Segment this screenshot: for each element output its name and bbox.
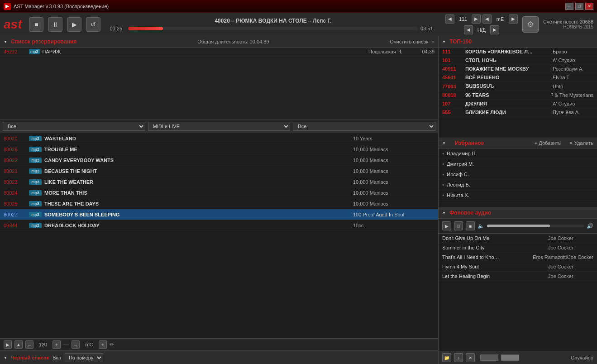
bg-music-button[interactable]: ♪ <box>454 353 463 362</box>
blacklist-sort-select[interactable]: По номеру <box>65 353 103 362</box>
song-artist: 10,000 Maniacs <box>353 179 435 185</box>
top-num: 80018 <box>442 92 463 98</box>
song-artist: 10 Years <box>353 136 435 141</box>
song-list[interactable]: 80020 mp3 WASTELAND 10 Years 80026 mp3 T… <box>0 133 438 338</box>
res-badge: mp3 <box>29 49 40 54</box>
nav-mode-next-button[interactable]: ▶ <box>509 14 518 24</box>
bg-remove-button[interactable]: ✕ <box>466 353 475 362</box>
list-item[interactable]: ▪ Иосиф С. <box>439 169 597 180</box>
playback-play-button[interactable]: ▶ <box>4 340 12 349</box>
list-item[interactable]: That's All I Need to Kno… Eros Ramazotti… <box>439 253 597 262</box>
reservation-title: Список резервирования <box>11 38 76 45</box>
playback-up-button[interactable]: ▲ <box>14 340 23 349</box>
nav-prev-button[interactable]: ◀ <box>445 14 454 24</box>
reservation-collapse-icon[interactable]: ▼ <box>4 40 7 44</box>
song-id: 80026 <box>4 147 26 152</box>
song-artist: 10,000 Maniacs <box>353 168 435 174</box>
table-row[interactable]: 80023 mp3 LIKE THE WEATHER 10,000 Maniac… <box>0 177 438 187</box>
header-right: Счётчик песен: 20688 НОЯБРЬ 2015 <box>543 19 593 29</box>
top100-collapse-icon[interactable]: ▼ <box>442 40 446 44</box>
close-button[interactable]: ✕ <box>585 3 593 10</box>
table-row[interactable]: 80026 mp3 TROUBLE ME 10,000 Maniacs <box>0 144 438 155</box>
list-item[interactable]: 111 КОРОЛЬ «ОРАНЖЕВОЕ Л… Браво <box>439 48 597 56</box>
pause-button[interactable]: ⏸ <box>48 17 62 32</box>
nav-sub-next-button[interactable]: ▶ <box>490 25 499 34</box>
filter-all-select[interactable]: Все <box>3 122 145 131</box>
delete-favorite-button[interactable]: ✕ Удалить <box>569 140 593 146</box>
res-artist: Подольская Н. <box>368 49 414 54</box>
list-item[interactable]: ▪ Дмитрий М. <box>439 159 597 169</box>
table-row[interactable]: 80022 mp3 CANDY EVERYBODY WANTS 10,000 M… <box>0 155 438 166</box>
list-item[interactable]: 107 ДЖУЛИЯ А' Студио <box>439 100 597 108</box>
song-title: CANDY EVERYBODY WANTS <box>44 158 350 163</box>
clear-list-button[interactable]: Очистить список <box>390 39 428 44</box>
list-item[interactable]: ▪ Леонид Б. <box>439 180 597 190</box>
list-item[interactable]: Don't Give Up On Me Joe Cocker <box>439 234 597 243</box>
list-item[interactable]: 45222 mp3 ПАРИЖ Подольская Н. 04:39 <box>0 48 438 56</box>
song-id: 80023 <box>4 179 26 185</box>
song-id: 80021 <box>4 168 26 174</box>
bg-stop-button[interactable]: ■ <box>466 221 475 230</box>
table-row[interactable]: 80020 mp3 WASTELAND 10 Years <box>0 133 438 144</box>
nav-sub-prev-button[interactable]: ◀ <box>464 25 473 34</box>
maximize-button[interactable]: □ <box>575 3 583 10</box>
table-row[interactable]: 80027 mp3 SOMEBODY'S BEEN SLEEPING 100 P… <box>0 209 438 220</box>
top100-list[interactable]: 111 КОРОЛЬ «ОРАНЖЕВОЕ Л… Браво 101 СТОП,… <box>439 48 597 138</box>
table-row[interactable]: 80021 mp3 BECAUSE THE NIGHT 10,000 Mania… <box>0 166 438 177</box>
progress-track[interactable] <box>128 27 418 30</box>
bgaudio-collapse-icon[interactable]: ▼ <box>442 211 446 215</box>
stop-button[interactable]: ■ <box>29 17 43 32</box>
fav-collapse-icon[interactable]: ▼ <box>442 141 446 145</box>
playback-minus-key-button[interactable]: – <box>72 340 80 349</box>
favorites-list[interactable]: ▪ Владимир П. ▪ Дмитрий М. ▪ Иосиф С. ▪ … <box>439 148 597 207</box>
nav-row-top: ◀ 111 ▶ ◀ mE ▶ <box>445 14 518 24</box>
top-title: ՅԱՅSUSUՆ <box>465 83 550 89</box>
filter-genre-select[interactable]: Все <box>293 122 435 131</box>
bg-song-title: Don't Give Up On Me <box>442 235 544 241</box>
add-favorite-button[interactable]: + Добавить <box>535 140 561 146</box>
list-item[interactable]: 101 СТОП, НОЧЬ А' Студио <box>439 56 597 65</box>
fav-name: Леонид Б. <box>447 182 470 187</box>
table-row[interactable]: 80025 mp3 THESE ARE THE DAYS 10,000 Mani… <box>0 198 438 209</box>
settings-button[interactable]: ⚙ <box>522 16 539 33</box>
playback-minus-bpm-button[interactable]: – <box>25 340 33 349</box>
top-artist: Elvira T <box>553 75 593 80</box>
list-item[interactable]: 555 БЛИЗКИЕ ЛЮДИ Пугачёва А. <box>439 108 597 117</box>
top-title: ДЖУЛИЯ <box>465 101 550 106</box>
bg-folder-button[interactable]: 📁 <box>442 353 451 362</box>
nav-next-button[interactable]: ▶ <box>472 14 481 24</box>
right-panel: ▼ ТОП-100 111 КОРОЛЬ «ОРАНЖЕВОЕ Л… Браво… <box>439 36 597 364</box>
bg-play-button[interactable]: ▶ <box>442 221 451 230</box>
list-item[interactable]: 40911 ПОКАЖИТЕ МНЕ МОСКВУ Розенбаум А. <box>439 65 597 73</box>
bg-song-list[interactable]: Don't Give Up On Me Joe Cocker Summer in… <box>439 234 597 351</box>
song-counter: Счётчик песен: 20688 <box>543 19 593 24</box>
edit-icon[interactable]: ✏ <box>110 341 114 348</box>
list-item[interactable]: 80018 96 TEARS ? & The Mysterians <box>439 91 597 100</box>
repeat-button[interactable]: ↺ <box>86 17 100 32</box>
song-title: LIKE THE WEATHER <box>44 179 350 185</box>
playback-plus-bpm-button[interactable]: + <box>53 340 61 349</box>
list-item[interactable]: 45641 ВСЁ РЕШЕНО Elvira T <box>439 73 597 82</box>
list-item[interactable]: Let the Healing Begin Joe Cocker <box>439 272 597 281</box>
song-id: 80022 <box>4 158 26 163</box>
list-item[interactable]: ▪ Владимир П. <box>439 148 597 159</box>
list-item[interactable]: Summer in the City Joe Cocker <box>439 243 597 253</box>
bg-pause-button[interactable]: ⏸ <box>454 221 463 230</box>
list-item[interactable]: Hymn 4 My Soul Joe Cocker <box>439 262 597 272</box>
minimize-button[interactable]: ─ <box>565 3 573 10</box>
bg-song-title: Let the Healing Begin <box>442 273 544 279</box>
list-item[interactable]: 77003 ՅԱՅSUSUՆ Uhtр <box>439 82 597 91</box>
nav-mode-prev-button[interactable]: ◀ <box>482 14 492 24</box>
nav-track-num: 111 <box>456 16 470 22</box>
key-value: mC <box>82 342 96 347</box>
table-row[interactable]: 80024 mp3 MORE THAN THIS 10,000 Maniacs <box>0 187 438 198</box>
table-row[interactable]: 09344 mp3 DREADLOCK HOLIDAY 10cc <box>0 220 438 231</box>
fav-name: Владимир П. <box>447 151 477 156</box>
filter-midi-select[interactable]: MIDI и LIVE <box>148 122 291 131</box>
playback-plus-key-button[interactable]: + <box>99 340 107 349</box>
blacklist-collapse-icon[interactable]: ▼ <box>4 356 7 360</box>
reservation-list[interactable]: 45222 mp3 ПАРИЖ Подольская Н. 04:39 <box>0 48 438 120</box>
volume-track[interactable] <box>487 225 584 227</box>
play-button[interactable]: ▶ <box>67 17 81 32</box>
list-item[interactable]: ▪ Никита Х. <box>439 190 597 201</box>
